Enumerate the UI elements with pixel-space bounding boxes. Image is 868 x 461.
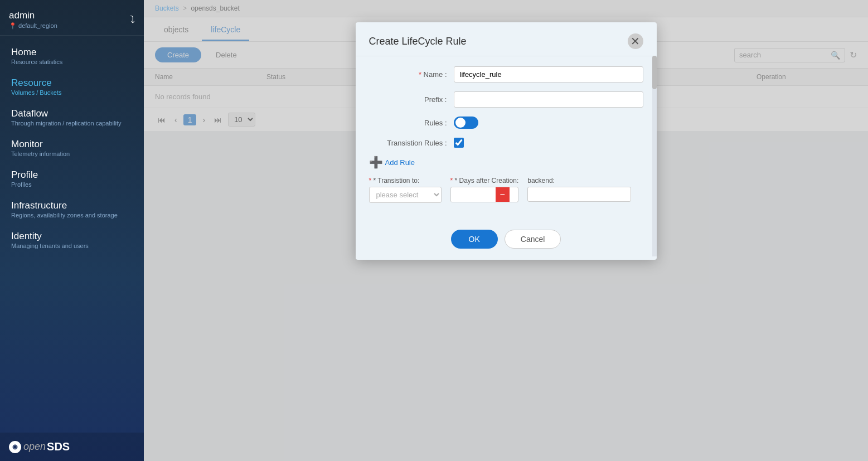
days-after-creation-label: * Days after Creation: xyxy=(450,177,519,185)
add-rule-row: ➕ Add Rule xyxy=(369,157,643,168)
transition-to-field: * Transistion to: please select xyxy=(369,177,442,203)
transition-fields-row: * Transistion to: please select * Days a… xyxy=(369,177,643,203)
close-icon: ✕ xyxy=(631,35,640,48)
days-input[interactable] xyxy=(451,188,496,202)
name-label: Name : xyxy=(369,70,447,79)
rules-toggle[interactable]: On xyxy=(454,117,478,129)
user-region: 📍 default_region xyxy=(9,22,57,30)
cancel-button[interactable]: Cancel xyxy=(505,230,561,249)
sidebar-item-home-sublabel: Resource statistics xyxy=(11,59,133,65)
modal-title: Create LifeCycle Rule xyxy=(369,36,467,47)
logo-sds-text: SDS xyxy=(47,440,70,453)
prefix-label: Prefix : xyxy=(369,95,447,104)
sidebar-item-identity[interactable]: Identity Managing tenants and users xyxy=(0,224,144,255)
transition-rules-checkbox[interactable] xyxy=(454,138,464,148)
sidebar-item-monitor[interactable]: Monitor Telemetry information xyxy=(0,132,144,163)
user-name: admin xyxy=(9,10,57,21)
sidebar-item-infrastructure-label: Infrastructure xyxy=(11,200,133,211)
opensds-logo: ◉ open SDS xyxy=(9,440,70,453)
modal-header: Create LifeCycle Rule ✕ xyxy=(356,22,657,56)
main-content: Buckets > opensds_bucket objects lifeCyc… xyxy=(144,0,868,461)
toggle-on-label: On xyxy=(457,119,465,125)
transition-rules-row: Transistion Rules : xyxy=(369,138,643,148)
prefix-field-row: Prefix : xyxy=(369,91,643,108)
sidebar-item-identity-label: Identity xyxy=(11,231,133,242)
logo-circle-icon: ◉ xyxy=(9,441,21,453)
sidebar-item-profile-label: Profile xyxy=(11,169,133,181)
backend-label: backend: xyxy=(527,177,631,185)
modal-scrollbar xyxy=(652,56,657,256)
sidebar-item-identity-sublabel: Managing tenants and users xyxy=(11,242,133,249)
sidebar-item-infrastructure[interactable]: Infrastructure Regions, availability zon… xyxy=(0,193,144,224)
ok-button[interactable]: OK xyxy=(451,230,498,249)
sidebar-chevron-icon[interactable]: ⤵ xyxy=(130,14,135,26)
sidebar-item-monitor-label: Monitor xyxy=(11,139,133,150)
sidebar-footer: ◉ open SDS xyxy=(0,433,144,461)
days-input-wrap: − xyxy=(450,187,519,202)
user-info: admin 📍 default_region xyxy=(9,10,57,30)
backend-input[interactable] xyxy=(527,187,631,202)
rules-label: Rules : xyxy=(369,119,447,127)
sidebar-item-resource-label: Resource xyxy=(11,77,133,89)
sidebar-item-resource[interactable]: Resource Volumes / Buckets xyxy=(0,71,144,101)
logo-open-text: open xyxy=(23,441,46,453)
add-rule-label: Add Rule xyxy=(385,158,415,167)
rules-field-row: Rules : On xyxy=(369,117,643,129)
sidebar-item-home-label: Home xyxy=(11,47,133,58)
add-rule-plus-icon: ➕ xyxy=(369,157,383,168)
sidebar-item-monitor-sublabel: Telemetry information xyxy=(11,151,133,157)
sidebar-nav: Home Resource statistics Resource Volume… xyxy=(0,36,144,433)
sidebar-item-dataflow[interactable]: Dataflow Through migration / replication… xyxy=(0,101,144,132)
transition-rules-label: Transistion Rules : xyxy=(369,139,447,147)
sidebar-item-dataflow-label: Dataflow xyxy=(11,108,133,119)
sidebar-item-infrastructure-sublabel: Regions, availability zones and storage xyxy=(11,212,133,219)
modal-overlay: Create LifeCycle Rule ✕ Name : Prefix : xyxy=(144,0,868,461)
modal-body: Name : Prefix : Rules : On xyxy=(356,56,657,222)
backend-field: backend: xyxy=(527,177,631,203)
days-minus-button[interactable]: − xyxy=(496,187,510,202)
days-after-creation-field: * Days after Creation: − xyxy=(450,177,519,203)
name-field-row: Name : xyxy=(369,66,643,83)
create-lifecycle-modal: Create LifeCycle Rule ✕ Name : Prefix : xyxy=(356,22,657,260)
sidebar-item-profile[interactable]: Profile Profiles xyxy=(0,163,144,193)
add-rule-button[interactable]: ➕ Add Rule xyxy=(369,157,415,168)
modal-close-button[interactable]: ✕ xyxy=(628,33,643,49)
modal-scrollbar-thumb xyxy=(652,56,657,89)
sidebar-item-home[interactable]: Home Resource statistics xyxy=(0,40,144,71)
sidebar-item-dataflow-sublabel: Through migration / replication capabili… xyxy=(11,120,133,127)
rules-toggle-container: On xyxy=(454,117,478,129)
modal-footer: OK Cancel xyxy=(356,222,657,249)
transition-to-label: * Transistion to: xyxy=(369,177,442,185)
name-input[interactable] xyxy=(454,66,643,83)
sidebar-item-resource-sublabel: Volumes / Buckets xyxy=(11,89,133,96)
prefix-input[interactable] xyxy=(454,91,643,108)
sidebar: admin 📍 default_region ⤵ Home Resource s… xyxy=(0,0,144,461)
sidebar-item-profile-sublabel: Profiles xyxy=(11,181,133,188)
transition-to-select[interactable]: please select xyxy=(369,187,442,203)
sidebar-header: admin 📍 default_region ⤵ xyxy=(0,0,144,36)
